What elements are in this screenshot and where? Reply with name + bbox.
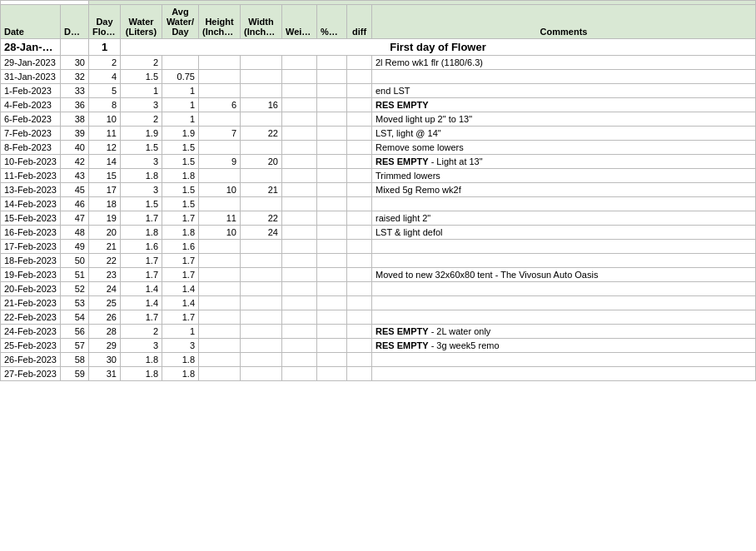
col-header-height: Height(Inches)	[199, 5, 241, 39]
cell-comment: RES EMPTY - 3g week5 remo	[372, 339, 756, 353]
cell-date: 22-Feb-2023	[1, 310, 61, 325]
cell-comment	[372, 240, 756, 254]
cell-weight	[282, 155, 317, 169]
cell-flower: 8	[89, 98, 121, 112]
cell-comment	[372, 296, 756, 310]
cell-date: 15-Feb-2023	[1, 211, 61, 226]
cell-diff	[347, 211, 372, 226]
cell-weight	[282, 70, 317, 84]
table-row: 26-Feb-202358301.81.8	[1, 353, 756, 367]
cell-comment	[372, 282, 756, 296]
cell-height	[199, 70, 241, 84]
cell-pwet	[317, 98, 347, 112]
cell-date: 17-Feb-2023	[1, 240, 61, 254]
table-row: 29-Jan-202330222l Remo wk1 flr (1180/6.3…	[1, 56, 756, 70]
cell-height	[199, 240, 241, 254]
table-row: 22-Feb-202354261.71.7	[1, 310, 756, 325]
cell-pwet	[317, 254, 347, 268]
table-row: 28-Jan-20231First day of Flower	[1, 39, 756, 56]
cell-water: 1.4	[121, 296, 162, 310]
cell-date: 8-Feb-2023	[1, 141, 61, 155]
cell-weight	[282, 310, 317, 325]
cell-weight	[282, 112, 317, 127]
cell-pwet	[317, 155, 347, 169]
cell-width	[241, 339, 282, 353]
cell-flower: 30	[89, 353, 121, 367]
cell-pwet	[317, 84, 347, 98]
cell-flower: 15	[89, 169, 121, 183]
cell-daynum: 36	[61, 98, 89, 112]
cell-daynum: 33	[61, 84, 89, 98]
cell-width	[241, 141, 282, 155]
cell-diff	[347, 339, 372, 353]
cell-avg: 1.8	[162, 367, 199, 381]
cell-date: 10-Feb-2023	[1, 155, 61, 169]
cell-date: 19-Feb-2023	[1, 268, 61, 282]
cell-height	[199, 254, 241, 268]
cell-diff	[347, 183, 372, 197]
col-header-water: Water(Liters)	[121, 5, 162, 39]
cell-water: 3	[121, 339, 162, 353]
cell-diff	[347, 84, 372, 98]
cell-avg: 1.5	[162, 155, 199, 169]
cell-avg: 1.7	[162, 268, 199, 282]
cell-width	[241, 197, 282, 211]
cell-flower: 29	[89, 339, 121, 353]
table-row: 4-Feb-202336831616RES EMPTY	[1, 98, 756, 112]
cell-daynum: 47	[61, 211, 89, 226]
cell-pwet	[317, 169, 347, 183]
cell-date: 1-Feb-2023	[1, 84, 61, 98]
cell-date: 24-Feb-2023	[1, 325, 61, 339]
cell-pwet	[317, 211, 347, 226]
cell-width	[241, 325, 282, 339]
cell-diff	[347, 367, 372, 381]
cell-daynum: 57	[61, 339, 89, 353]
cell-pwet	[317, 353, 347, 367]
cell-daynum: 43	[61, 169, 89, 183]
col-header-flower: DayFlower	[89, 5, 121, 39]
data-table: Date Day# DayFlower Water(Liters) AvgWat…	[0, 0, 756, 381]
cell-avg: 1.8	[162, 169, 199, 183]
table-row: 6-Feb-2023381021Moved light up 2" to 13"	[1, 112, 756, 127]
col-header-comments: Comments	[372, 5, 756, 39]
cell-height: 7	[199, 127, 241, 141]
cell-width	[241, 367, 282, 381]
first-day-comment: First day of Flower	[121, 39, 756, 56]
cell-width	[241, 353, 282, 367]
cell-pwet	[317, 112, 347, 127]
table-row: 24-Feb-2023562821RES EMPTY - 2L water on…	[1, 325, 756, 339]
cell-daynum: 38	[61, 112, 89, 127]
cell-diff	[347, 127, 372, 141]
table-row: 18-Feb-202350221.71.7	[1, 254, 756, 268]
cell-weight	[282, 325, 317, 339]
cell-comment: Trimmed lowers	[372, 169, 756, 183]
cell-water: 1.7	[121, 268, 162, 282]
cell-water: 1.6	[121, 240, 162, 254]
cell-daynum: 42	[61, 155, 89, 169]
cell-height: 10	[199, 183, 241, 197]
cell-water: 1.8	[121, 367, 162, 381]
cell-width: 22	[241, 211, 282, 226]
cell-weight	[282, 254, 317, 268]
cell-width	[241, 268, 282, 282]
cell-pwet	[317, 325, 347, 339]
cell-avg	[162, 56, 199, 70]
cell-day	[61, 39, 89, 56]
col-header-weight: Weight	[282, 5, 317, 39]
cell-diff	[347, 254, 372, 268]
cell-width: 21	[241, 183, 282, 197]
table-row: 17-Feb-202349211.61.6	[1, 240, 756, 254]
cell-comment: RES EMPTY	[372, 98, 756, 112]
cell-height	[199, 197, 241, 211]
cell-daynum: 58	[61, 353, 89, 367]
cell-width	[241, 169, 282, 183]
cell-diff	[347, 226, 372, 240]
cell-date: 7-Feb-2023	[1, 127, 61, 141]
cell-daynum: 52	[61, 282, 89, 296]
cell-daynum: 50	[61, 254, 89, 268]
cell-diff	[347, 296, 372, 310]
table-row: 16-Feb-202348201.81.81024LST & light def…	[1, 226, 756, 240]
cell-avg: 1.9	[162, 127, 199, 141]
cell-daynum: 51	[61, 268, 89, 282]
cell-pwet	[317, 183, 347, 197]
